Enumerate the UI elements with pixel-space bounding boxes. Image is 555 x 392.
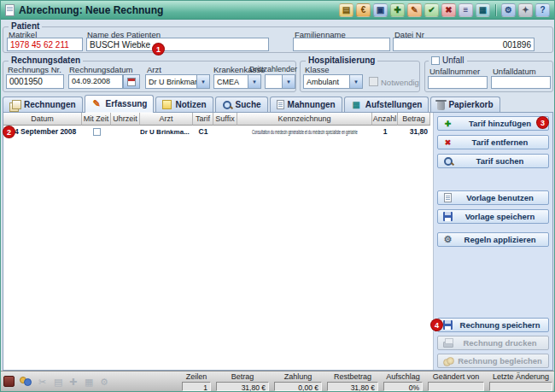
remove-icon: ✖ (442, 138, 453, 147)
tab-suche[interactable]: Suche (215, 97, 268, 112)
toolbar-separator (495, 4, 496, 16)
status-bar: ✂ ▤ ✚ ▦ ⚙ Zeilen 1 Betrag 31,80 € Zahlun… (1, 371, 554, 391)
patient-name-field[interactable]: BUSCH Wiebke (86, 38, 269, 51)
tarif-suchen-button[interactable]: Tarif suchen (437, 154, 549, 168)
unfall-checkbox[interactable] (431, 56, 440, 65)
cell-tarif: C1 (193, 126, 213, 137)
geaendert-von-value (428, 382, 484, 391)
klasse-combobox[interactable]: Ambulant ▼ (303, 74, 363, 89)
edit-icon[interactable]: ✎ (407, 3, 422, 17)
patient-group: Patient Matrikel 1978 45 62 211 Name des… (3, 26, 553, 53)
save-icon[interactable]: ▣ (373, 3, 388, 17)
list-icon[interactable]: ≡ (459, 3, 473, 17)
cell-arzt: Dr U Brinkma... (140, 126, 193, 137)
zeilen-label: Zeilen (182, 372, 211, 381)
coins-icon (443, 357, 453, 366)
add-icon-disabled: ✚ (69, 377, 77, 388)
tab-notizen[interactable]: Notizen (155, 97, 213, 112)
aufschlag-value: 0% (383, 382, 423, 391)
column-header-mit-zeit[interactable]: Mit Zeit (82, 113, 111, 126)
rechnungsdatum-field[interactable]: 04.09.2008 (68, 74, 123, 89)
letzte-aenderung-label: Letzte Änderung (489, 372, 552, 381)
chevron-down-icon[interactable]: ▼ (196, 75, 209, 88)
titlebar: Abrechnung: Neue Rechnung ▤ € ▣ ✚ ✎ ✔ ✖ … (1, 1, 554, 20)
tab-papierkorb[interactable]: Papierkorb (430, 97, 500, 112)
rechnungsdaten-group: Rechnungsdaten Rechnungs Nr. 0001950 Rec… (3, 61, 296, 92)
tab-rechnungen[interactable]: Rechnungen (3, 97, 83, 112)
chevron-down-icon[interactable]: ▼ (349, 75, 362, 88)
tools-icon[interactable]: ✦ (518, 3, 533, 17)
tarif-entfernen-button[interactable]: ✖ Tarif entfernen (437, 135, 549, 149)
arzt-label: Arzt (147, 65, 161, 74)
cell-suffix (213, 126, 237, 137)
unfallnummer-field[interactable] (428, 76, 488, 89)
cancel-icon[interactable]: ✖ (441, 3, 456, 17)
chevron-down-icon[interactable]: ▼ (248, 75, 260, 88)
arzt-combobox[interactable]: Dr U Brinkmann ▼ (145, 74, 210, 89)
add-icon[interactable]: ✚ (390, 3, 405, 17)
familienname-field[interactable] (293, 38, 390, 51)
billing-icon[interactable]: € (356, 3, 371, 17)
column-header-anzahl[interactable]: Anzahl (372, 113, 398, 126)
tab-erfassung[interactable]: ✎ Erfassung (85, 95, 155, 112)
button-label: Rechnung drucken (456, 338, 544, 348)
rechnungs-nr-label: Rechnungs Nr. (8, 65, 61, 74)
lock-icon[interactable] (3, 376, 15, 387)
cell-anzahl: 1 (372, 126, 398, 137)
vorlage-benutzen-button[interactable]: Vorlage benutzen (437, 190, 549, 205)
betrag-value: 31,80 € (216, 382, 269, 391)
tab-label: Erfassung (106, 99, 148, 108)
chevron-down-icon[interactable]: ▼ (282, 75, 295, 88)
calendar-icon (127, 78, 136, 86)
table-header: Datum Mit Zeit Uhrzeit Arzt Tarif Suffix… (3, 113, 433, 126)
krankenkasse-combobox[interactable]: CMEA ▼ (213, 74, 261, 89)
new-invoice-icon[interactable]: ▤ (339, 3, 353, 17)
unfalldatum-field[interactable] (491, 76, 551, 89)
drittzahlender-combobox[interactable]: ▼ (265, 74, 295, 89)
tab-aufstellungen[interactable]: ▦ Aufstellungen (344, 97, 429, 112)
app-icon (5, 4, 15, 16)
betrag-label: Betrag (216, 372, 269, 381)
help-icon[interactable]: ? (535, 3, 550, 17)
mit-zeit-checkbox[interactable] (93, 128, 101, 136)
confirm-icon[interactable]: ✔ (424, 3, 439, 17)
table-icon[interactable]: ▦ (476, 3, 490, 17)
users-icon[interactable] (19, 376, 32, 387)
matrikel-field[interactable]: 1978 45 62 211 (7, 38, 83, 51)
document-icon (277, 100, 284, 109)
window-title: Abrechnung: Neue Rechnung (19, 4, 163, 16)
datei-nr-field[interactable]: 001896 (393, 38, 535, 51)
tab-bar: Rechnungen ✎ Erfassung Notizen Suche Mah… (3, 96, 553, 113)
geaendert-von-label: Geändert von (428, 372, 484, 381)
vorlage-speichern-button[interactable]: Vorlage speichern (437, 209, 549, 224)
tarif-hinzufuegen-button[interactable]: ✚ Tarif hinzufügen (437, 116, 549, 131)
tab-mahnungen[interactable]: Mahnungen (270, 97, 342, 112)
calendar-picker-button[interactable] (123, 74, 140, 89)
zeilen-value: 1 (182, 382, 211, 391)
settings-icon[interactable]: ⚙ (501, 3, 516, 17)
restbetrag-label: Restbetrag (327, 372, 378, 381)
save-icon (443, 320, 453, 330)
rechnung-speichern-button[interactable]: Rechnung speichern (437, 318, 549, 332)
column-header-datum[interactable]: Datum (3, 113, 82, 126)
button-label: Rechnung speichern (456, 320, 544, 330)
cell-datum: 4 September 2008 (3, 126, 82, 137)
column-header-arzt[interactable]: Arzt (140, 113, 193, 126)
column-header-betrag[interactable]: Betrag (398, 113, 430, 126)
regeln-applizieren-button[interactable]: ⚙ Regeln applizieren (437, 232, 549, 247)
column-header-kennzeichnung[interactable]: Kennzeichnung (237, 113, 372, 126)
drittzahlender-value (266, 75, 282, 88)
column-header-tarif[interactable]: Tarif (193, 113, 213, 126)
klasse-value: Ambulant (304, 75, 349, 88)
rechnungs-nr-field[interactable]: 0001950 (6, 74, 64, 89)
invoice-items-table: Datum Mit Zeit Uhrzeit Arzt Tarif Suffix… (3, 113, 434, 370)
rechnungsdaten-group-title: Rechnungsdaten (9, 56, 83, 65)
search-icon (222, 100, 232, 110)
arzt-value: Dr U Brinkmann (146, 75, 196, 88)
column-header-uhrzeit[interactable]: Uhrzeit (111, 113, 140, 126)
column-header-suffix[interactable]: Suffix (213, 113, 237, 126)
tab-label: Aufstellungen (365, 100, 423, 109)
add-icon: ✚ (442, 120, 453, 128)
table-row[interactable]: 4 September 2008 Dr U Brinkma... C1 Cons… (3, 126, 433, 137)
panel-spacer (437, 247, 549, 318)
